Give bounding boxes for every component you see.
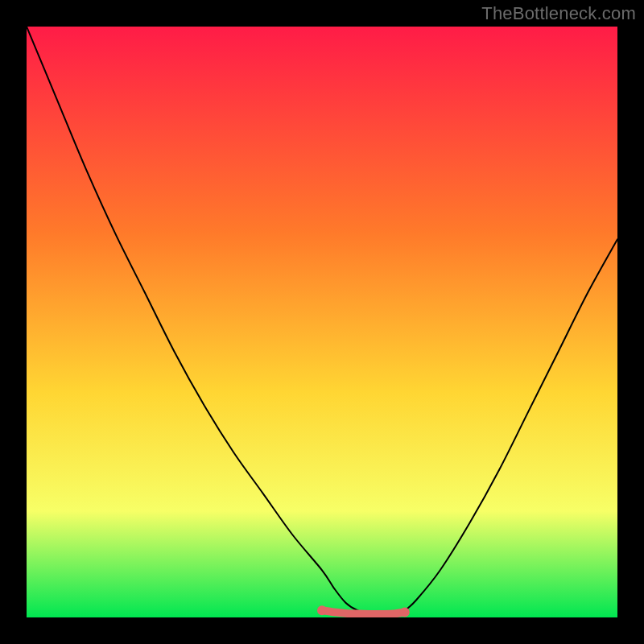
chart-stage: TheBottleneck.com: [0, 0, 644, 644]
bottom-marker-start-dot: [317, 605, 327, 615]
plot-area: [27, 27, 617, 617]
watermark-text: TheBottleneck.com: [481, 3, 636, 24]
bottom-marker-end-dot: [400, 607, 410, 617]
gradient-background: [27, 27, 617, 617]
plot-svg: [27, 27, 617, 617]
bottom-segment-marker: [322, 610, 405, 614]
